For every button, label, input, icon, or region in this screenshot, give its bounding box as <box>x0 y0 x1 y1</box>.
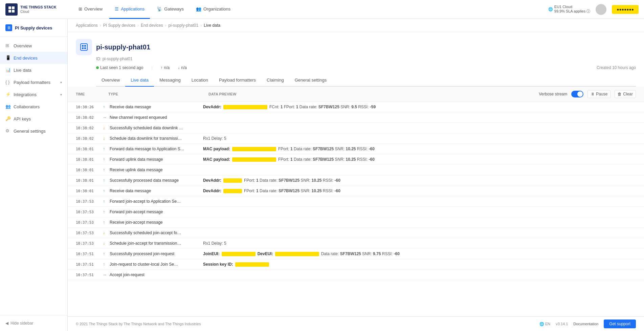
breadcrumb-applications[interactable]: Applications <box>76 23 98 28</box>
lang-selector[interactable]: 🌐 EN <box>539 322 550 326</box>
row-type: Successfully processed join-request <box>108 251 203 256</box>
sidebar-item-overview[interactable]: ⊞ Overview <box>0 40 67 52</box>
table-row[interactable]: 10:37:53 ↓ Schedule join-accept for tran… <box>68 238 644 249</box>
row-time: 10:38:02 <box>76 115 103 120</box>
table-row[interactable]: 10:38:01 ↑ Successfully processed data m… <box>68 175 644 186</box>
top-nav: THE THINGS STACK Cloud ⊞ Overview ☰ Appl… <box>0 0 644 19</box>
table-row[interactable]: 10:38:02 ↔ New channel request enqueued <box>68 112 644 123</box>
row-time: 10:37:51 <box>76 262 103 267</box>
row-type: Forward join-accept to Application Se… <box>108 199 203 204</box>
pause-button[interactable]: ⏸ Pause <box>587 90 610 98</box>
nav-right: 🌐 EU1 Cloud 99.9% SLA applies ⓘ ●●●●●●● <box>548 4 639 15</box>
sidebar-item-collaborators[interactable]: 👥 Collaborators <box>0 101 67 113</box>
verbose-label: Verbose stream <box>539 92 567 96</box>
uplink-signal: ↑ n/a <box>161 65 170 70</box>
sidebar-app-header: ☰ PI Supply devices <box>0 19 67 37</box>
breadcrumb-pi-supply[interactable]: PI Supply devices <box>103 23 135 28</box>
user-button[interactable]: ●●●●●●● <box>612 5 639 14</box>
tab-payload-formatters[interactable]: Payload formatters <box>214 74 261 87</box>
nav-item-overview[interactable]: ⊞ Overview <box>73 0 108 19</box>
table-row[interactable]: 10:38:01 ↑ Forward data message to Appli… <box>68 144 644 154</box>
table-row[interactable]: 10:37:53 ↓ Successfully scheduled join-a… <box>68 228 644 238</box>
brand-logo-icon <box>5 3 18 16</box>
row-type: Schedule data downlink for transmissi… <box>108 136 203 141</box>
table-row[interactable]: 10:37:51 ↑ Successfully processed join-r… <box>68 249 644 259</box>
row-time: 10:37:53 <box>76 231 103 235</box>
chevron-down-icon: ▾ <box>60 93 62 96</box>
tab-location[interactable]: Location <box>186 74 214 87</box>
direction-down-icon: ↓ <box>103 136 108 141</box>
data-rows: 10:38:26 ↑ Receive data message DevAddr:… <box>68 102 644 280</box>
table-row[interactable]: 10:38:01 ↑ Receive uplink data message <box>68 165 644 175</box>
row-time: 10:37:51 <box>76 252 103 256</box>
row-time: 10:37:53 <box>76 210 103 214</box>
table-row[interactable]: 10:38:01 ↑ Forward uplink data message M… <box>68 154 644 165</box>
redacted-mac <box>232 157 276 162</box>
row-type: Forward uplink data message <box>108 157 203 162</box>
live-data-header: Time Type Data preview Verbose stream ⏸ … <box>68 87 644 102</box>
direction-down-icon: ↓ <box>103 230 108 235</box>
tab-overview[interactable]: Overview <box>96 74 125 87</box>
globe-icon: 🌐 <box>548 7 553 12</box>
documentation-link[interactable]: Documentation <box>573 322 598 326</box>
row-preview: DevAddr: FPort: 1 Data rate: SF7BW125 SN… <box>203 189 636 193</box>
devices-icon: 📱 <box>5 55 11 61</box>
downlink-signal: ↓ n/a <box>178 65 187 70</box>
svg-rect-0 <box>8 6 11 9</box>
copyright: © 2021 The Things Stack by The Things Ne… <box>76 322 201 326</box>
device-meta: Last seen 1 second ago | ↑ n/a ↓ n/a Cre… <box>96 65 636 70</box>
overview-icon: ⊞ <box>79 6 82 12</box>
row-time: 10:38:01 <box>76 147 103 151</box>
row-preview: Rx1 Delay: 5 <box>203 241 636 246</box>
activity-icon: 📊 <box>5 67 11 73</box>
row-time: 10:37:53 <box>76 241 103 246</box>
table-row[interactable]: 10:38:01 ↑ Receive data message DevAddr:… <box>68 186 644 196</box>
globe-icon: 🌐 <box>539 322 544 326</box>
direction-up-icon: ↑ <box>103 209 108 214</box>
tab-live-data[interactable]: Live data <box>125 74 154 87</box>
table-row[interactable]: 10:37:51 ↑ Join-request to cluster-local… <box>68 259 644 270</box>
sidebar-item-payload-formatters[interactable]: { } Payload formatters ▾ <box>0 76 67 88</box>
nav-item-gateways[interactable]: 📡 Gateways <box>151 0 189 19</box>
breadcrumb-device-id[interactable]: pi-supply-phat01 <box>168 23 198 28</box>
clear-button[interactable]: 🗑 Clear <box>615 90 636 98</box>
svg-rect-5 <box>82 45 84 47</box>
sidebar-nav: ⊞ Overview 📱 End devices 📊 Live data { }… <box>0 37 67 315</box>
table-row[interactable]: 10:37:51 ↔ Accept join-request <box>68 270 644 280</box>
get-support-button[interactable]: Get support <box>604 319 636 328</box>
logo-area: THE THINGS STACK Cloud <box>5 3 73 16</box>
live-data-section: Time Type Data preview Verbose stream ⏸ … <box>68 87 644 316</box>
svg-rect-1 <box>12 6 15 9</box>
direction-up-icon: ↑ <box>103 157 108 162</box>
row-type: Accept join-request <box>108 272 203 277</box>
breadcrumb-end-devices[interactable]: End devices <box>141 23 163 28</box>
table-row[interactable]: 10:37:53 ↑ Forward join-accept message <box>68 207 644 217</box>
table-row[interactable]: 10:37:53 ↑ Receive join-accept message <box>68 217 644 228</box>
direction-up-icon: ↑ <box>103 220 108 225</box>
sidebar-item-general-settings[interactable]: ⚙ General settings <box>0 125 67 137</box>
sidebar-item-end-devices[interactable]: 📱 End devices <box>0 52 67 64</box>
up-arrow-icon: ↑ <box>161 65 163 70</box>
sidebar-item-integrations[interactable]: ⚡ Integrations ▾ <box>0 88 67 101</box>
direction-up-icon: ↑ <box>103 189 108 193</box>
table-row[interactable]: 10:37:53 ↑ Forward join-accept to Applic… <box>68 196 644 207</box>
nav-item-applications[interactable]: ☰ Applications <box>109 0 150 19</box>
row-type: Forward data message to Application S… <box>108 147 203 151</box>
table-row[interactable]: 10:38:26 ↑ Receive data message DevAddr:… <box>68 102 644 112</box>
row-time: 10:38:02 <box>76 126 103 130</box>
applications-icon: ☰ <box>115 6 119 12</box>
sidebar-item-api-keys[interactable]: 🔑 API keys <box>0 113 67 125</box>
verbose-toggle[interactable] <box>571 91 583 97</box>
tab-claiming[interactable]: Claiming <box>261 74 289 87</box>
table-row[interactable]: 10:38:02 ↓ Successfully scheduled data d… <box>68 123 644 133</box>
tab-messaging[interactable]: Messaging <box>154 74 186 87</box>
hide-sidebar-button[interactable]: ◀ Hide sidebar <box>5 321 62 326</box>
tab-general-settings[interactable]: General settings <box>289 74 332 87</box>
row-time: 10:38:01 <box>76 178 103 183</box>
direction-up-icon: ↑ <box>103 147 108 151</box>
sidebar-item-live-data[interactable]: 📊 Live data <box>0 64 67 76</box>
nav-item-organizations[interactable]: 👥 Organizations <box>191 0 236 19</box>
table-row[interactable]: 10:38:02 ↓ Schedule data downlink for tr… <box>68 133 644 144</box>
redacted-devaddr <box>223 178 242 183</box>
footer-right: 🌐 EN v3.14.1 Documentation Get support <box>539 319 636 328</box>
